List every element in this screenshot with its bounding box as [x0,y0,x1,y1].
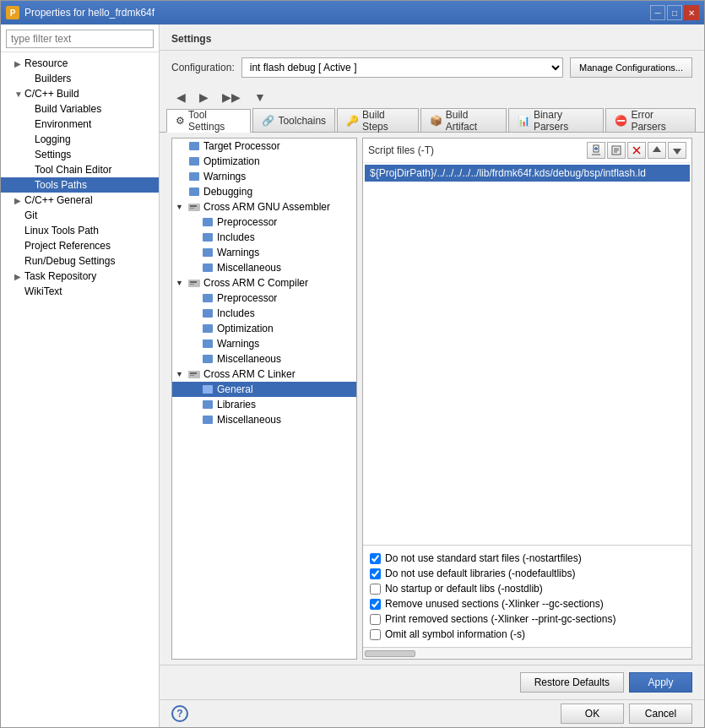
sidebar-item-build-variables[interactable]: Build Variables [1,101,159,117]
no-default-libs-checkbox[interactable] [370,568,381,579]
no-start-files-checkbox[interactable] [370,553,381,564]
minimize-button[interactable]: ─ [650,5,665,20]
tool-tree-c-preprocessor[interactable]: Preprocessor [172,291,356,306]
svg-rect-6 [190,208,194,209]
add-file-button[interactable] [587,142,605,159]
help-button[interactable]: ? [171,705,188,722]
tab-build-steps[interactable]: 🔑 Build Steps [337,108,419,132]
tool-tree-cross-arm-c-linker[interactable]: ▼ Cross ARM C Linker [172,367,356,382]
forward-button[interactable]: ▶ [194,88,214,106]
sidebar-item-builders[interactable]: Builders [1,71,159,86]
script-toolbar [587,142,686,159]
sidebar-item-environment[interactable]: Environment [1,117,159,132]
tool-tree-c-optimization[interactable]: Optimization [172,321,356,336]
tool-tree-asm-preprocessor[interactable]: Preprocessor [172,215,356,230]
sidebar-item-linux-tools-path[interactable]: Linux Tools Path [1,223,159,238]
svg-rect-18 [203,355,213,363]
edit-button[interactable] [607,142,626,159]
sidebar-item-logging[interactable]: Logging [1,132,159,147]
status-bar: ? OK Cancel [160,699,704,727]
up-icon [651,144,663,156]
filter-input[interactable] [6,30,154,48]
sidebar-item-wikitext[interactable]: WikiText [1,284,159,299]
sidebar-item-resource[interactable]: ▶ Resource [1,56,159,71]
edit-icon [610,144,622,156]
dropdown-button[interactable]: ▼ [249,88,271,106]
right-panel: Settings Configuration: int flash debug … [160,24,704,727]
c-includes-icon [201,307,214,319]
print-removed-checkbox[interactable] [370,614,381,625]
manage-configurations-button[interactable]: Manage Configurations... [570,57,692,78]
horizontal-scrollbar[interactable] [363,647,691,659]
sidebar-item-task-repository[interactable]: ▶ Task Repository [1,269,159,284]
tab-toolchains[interactable]: 🔗 Toolchains [252,108,335,132]
tool-tree-asm-warnings[interactable]: Warnings [172,245,356,260]
omit-symbol-checkbox[interactable] [370,629,381,640]
title-bar-left: P Properties for hello_frdmk64f [6,6,155,19]
delete-button[interactable] [627,142,646,159]
apply-button[interactable]: Apply [629,672,692,693]
config-select[interactable]: int flash debug [ Active ] [241,57,563,78]
sidebar-item-project-references[interactable]: Project References [1,238,159,253]
tool-tree-cross-arm-c-compiler[interactable]: ▼ Cross ARM C Compiler [172,275,356,291]
restore-defaults-button[interactable]: Restore Defaults [520,672,624,693]
script-header: Script files (-T) [363,139,691,163]
tab-label: Build Artifact [446,109,497,133]
next-button[interactable]: ▶▶ [217,88,246,106]
tool-tree-asm-miscellaneous[interactable]: Miscellaneous [172,260,356,275]
tool-tree-linker-general[interactable]: General [172,382,356,397]
tab-label: Error Parsers [631,109,686,133]
tool-tree-c-warnings[interactable]: Warnings [172,336,356,351]
tool-tree-label: Warnings [203,171,246,182]
move-down-button[interactable] [668,142,686,159]
tool-tree-cross-arm-gnu-assembler[interactable]: ▼ Cross ARM GNU Assembler [172,199,356,215]
sidebar: ▶ Resource Builders ▼ C/C++ Build Build … [1,24,160,727]
build-steps-icon: 🔑 [346,115,359,127]
toolchains-icon: 🔗 [262,115,274,127]
tool-tree-warnings[interactable]: Warnings [172,169,356,184]
tool-tree-label: Optimization [203,155,260,167]
sidebar-item-tool-chain-editor[interactable]: Tool Chain Editor [1,162,159,177]
tab-error-parsers[interactable]: ⛔ Error Parsers [605,108,696,132]
svg-rect-21 [190,375,194,376]
expand-icon: ▶ [14,272,24,281]
tool-tree-debugging[interactable]: Debugging [172,184,356,199]
tool-tree-linker-libraries[interactable]: Libraries [172,397,356,412]
sidebar-item-run-debug[interactable]: Run/Debug Settings [1,253,159,269]
tool-tree-optimization[interactable]: Optimization [172,154,356,169]
sidebar-item-label: C/C++ Build [24,88,79,100]
ok-button[interactable]: OK [561,704,624,724]
tool-tree-c-includes[interactable]: Includes [172,306,356,321]
tab-build-artifact[interactable]: 📦 Build Artifact [420,108,507,132]
tab-binary-parsers[interactable]: 📊 Binary Parsers [508,108,604,132]
sidebar-item-tools-paths[interactable]: Tools Paths [1,177,159,193]
expand-icon [24,135,35,144]
tool-tree-target-processor[interactable]: Target Processor [172,139,356,154]
tool-tree-linker-miscellaneous[interactable]: Miscellaneous [172,412,356,427]
cancel-button[interactable]: Cancel [629,704,692,724]
tab-tool-settings[interactable]: ⚙ Tool Settings [166,109,251,133]
sidebar-item-ccpp-build[interactable]: ▼ C/C++ Build [1,86,159,101]
script-list-item[interactable]: ${ProjDirPath}/../../../../../lib/frdmk6… [365,165,690,182]
config-row: Configuration: int flash debug [ Active … [160,51,704,84]
tool-tree-c-miscellaneous[interactable]: Miscellaneous [172,351,356,367]
no-stdlib-checkbox[interactable] [370,584,381,595]
expand-icon: ▼ [14,90,24,99]
sidebar-item-label: Run/Debug Settings [24,255,115,267]
scroll-thumb[interactable] [365,650,415,657]
sidebar-item-settings[interactable]: Settings [1,147,159,162]
sidebar-item-ccpp-general[interactable]: ▶ C/C++ General [1,193,159,208]
back-button[interactable]: ◀ [171,88,191,106]
tool-tree-asm-includes[interactable]: Includes [172,230,356,245]
main-window: P Properties for hello_frdmk64f ─ □ ✕ ▶ … [0,0,705,728]
sidebar-item-git[interactable]: Git [1,208,159,223]
expand-icon [14,211,24,220]
svg-rect-17 [203,340,213,348]
tab-label: Tool Settings [188,109,241,133]
maximize-button[interactable]: □ [667,5,682,20]
linker-icon [187,368,201,380]
move-up-button[interactable] [648,142,666,159]
remove-unused-checkbox[interactable] [370,599,381,610]
sidebar-item-label: Project References [24,240,111,252]
close-button[interactable]: ✕ [684,5,699,20]
